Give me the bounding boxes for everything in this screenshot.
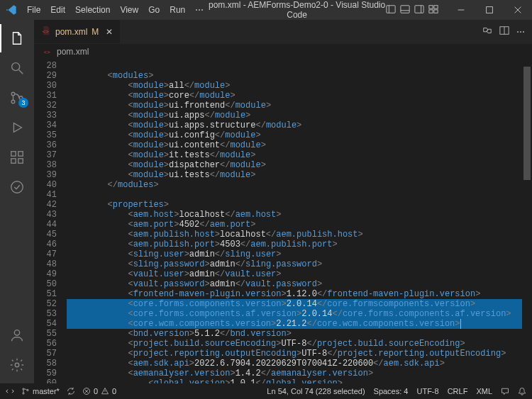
- svg-rect-4: [415, 5, 423, 13]
- status-notifications-icon[interactable]: [518, 387, 526, 395]
- svg-rect-2: [401, 5, 409, 13]
- toggle-primary-sidebar-icon[interactable]: [386, 4, 396, 16]
- code-line[interactable]: <module>it.tests</module>: [67, 150, 522, 160]
- status-branch[interactable]: master*: [21, 387, 60, 395]
- xml-file-icon: <>: [41, 26, 51, 38]
- code-line[interactable]: <bnd.version>5.1.2</bnd.version>: [67, 329, 522, 339]
- menu-view[interactable]: View: [116, 4, 143, 16]
- code-line[interactable]: <global.version>1.0.1</global.version>: [67, 378, 522, 383]
- code-line[interactable]: <properties>: [67, 200, 522, 210]
- code-line[interactable]: </modules>: [67, 180, 522, 190]
- xml-file-icon: <>: [43, 46, 52, 58]
- status-eol[interactable]: CRLF: [448, 387, 468, 395]
- code-line[interactable]: <aem.host>localhost</aem.host>: [67, 210, 522, 220]
- code-line[interactable]: <module>all</module>: [67, 81, 522, 91]
- source-control-icon[interactable]: 3: [0, 84, 34, 112]
- code-line[interactable]: <vault.user>admin</vault.user>: [67, 269, 522, 279]
- menu-selection[interactable]: Selection: [71, 4, 114, 16]
- code-line[interactable]: <aem.sdk.api>2022.6.7904.20220629T070041…: [67, 359, 522, 369]
- customize-layout-icon[interactable]: [428, 4, 438, 16]
- window-minimize-icon[interactable]: [447, 0, 475, 20]
- window-maximize-icon[interactable]: [475, 0, 504, 20]
- code-line[interactable]: <aem.publish.host>localhost</aem.publish…: [67, 230, 522, 240]
- menu-file[interactable]: File: [23, 4, 45, 16]
- svg-rect-11: [487, 7, 493, 13]
- code-line[interactable]: <module>ui.apps.structure</module>: [67, 120, 522, 130]
- status-bar: master* 0 0 Ln 54, Col 74 (228 selected)…: [0, 383, 532, 399]
- code-content[interactable]: <modules> <module>all</module> <module>c…: [67, 60, 522, 383]
- scrollbar-thumb[interactable]: [523, 67, 531, 180]
- status-remote-icon[interactable]: [6, 387, 14, 395]
- status-encoding[interactable]: UTF-8: [416, 387, 438, 395]
- code-line[interactable]: [67, 190, 522, 200]
- tab-modified-marker: M: [92, 27, 99, 37]
- code-line[interactable]: <project.build.sourceEncoding>UTF-8</pro…: [67, 339, 522, 349]
- menu-bar: File Edit Selection View Go Run ⋯: [23, 4, 208, 16]
- code-line[interactable]: <module>ui.tests</module>: [67, 170, 522, 180]
- status-language[interactable]: XML: [476, 387, 492, 395]
- code-line[interactable]: <project.reporting.outputEncoding>UTF-8<…: [67, 349, 522, 359]
- svg-rect-7: [434, 5, 438, 8]
- tab-pom-xml[interactable]: <> pom.xml M ✕: [34, 20, 121, 43]
- menu-run[interactable]: Run: [165, 4, 189, 16]
- code-line[interactable]: <module>ui.frontend</module>: [67, 101, 522, 111]
- settings-gear-icon[interactable]: [0, 351, 34, 379]
- code-line[interactable]: <core.forms.components.af.version>2.0.14…: [67, 309, 522, 319]
- code-line[interactable]: <modules>: [67, 71, 522, 81]
- code-line[interactable]: <module>dispatcher</module>: [67, 160, 522, 170]
- run-debug-icon[interactable]: [0, 113, 34, 142]
- code-line[interactable]: <module>ui.content</module>: [67, 140, 522, 150]
- status-indent[interactable]: Spaces: 4: [374, 387, 409, 395]
- window-title: pom.xml - AEMForms-Demo2-0 - Visual Stud…: [208, 0, 386, 20]
- testing-icon[interactable]: [0, 173, 34, 201]
- code-line[interactable]: <core.forms.components.version>2.0.14</c…: [67, 299, 522, 309]
- status-cursor-position[interactable]: Ln 54, Col 74 (228 selected): [267, 387, 365, 395]
- svg-point-17: [11, 100, 15, 103]
- code-line[interactable]: <sling.password>admin</sling.password>: [67, 259, 522, 269]
- code-editor[interactable]: 2829303132333435363738394041424344454647…: [34, 60, 532, 383]
- toggle-secondary-sidebar-icon[interactable]: [414, 4, 424, 16]
- toggle-panel-icon[interactable]: [400, 4, 410, 16]
- code-line[interactable]: <aem.port>4502</aem.port>: [67, 220, 522, 230]
- code-line[interactable]: <module>ui.apps</module>: [67, 111, 522, 120]
- svg-line-15: [19, 70, 23, 74]
- svg-point-14: [12, 63, 20, 71]
- window-close-icon[interactable]: [504, 0, 532, 20]
- svg-rect-9: [434, 9, 438, 12]
- code-line[interactable]: [67, 61, 522, 71]
- search-icon[interactable]: [0, 54, 34, 82]
- code-line[interactable]: <module>ui.config</module>: [67, 130, 522, 140]
- line-number-gutter: 2829303132333435363738394041424344454647…: [34, 60, 67, 383]
- svg-rect-23: [18, 152, 23, 156]
- breadcrumb[interactable]: <> pom.xml: [34, 44, 532, 60]
- split-editor-icon[interactable]: [499, 26, 509, 38]
- code-line[interactable]: <module>core</module>: [67, 91, 522, 101]
- breadcrumb-item[interactable]: pom.xml: [57, 47, 89, 57]
- tab-label: pom.xml: [55, 27, 87, 37]
- activity-bar: 3: [0, 20, 34, 383]
- tab-bar: <> pom.xml M ✕ ⋯: [34, 20, 532, 44]
- tab-close-icon[interactable]: ✕: [106, 27, 113, 37]
- code-line[interactable]: <aemanalyser.version>1.4.2</aemanalyser.…: [67, 369, 522, 378]
- accounts-icon[interactable]: [0, 321, 34, 349]
- status-sync-icon[interactable]: [67, 387, 75, 395]
- menu-overflow-icon[interactable]: ⋯: [191, 4, 208, 16]
- svg-rect-0: [387, 5, 395, 13]
- svg-rect-21: [11, 159, 16, 163]
- svg-point-25: [14, 330, 19, 335]
- code-line[interactable]: <aem.publish.port>4503</aem.publish.port…: [67, 240, 522, 249]
- code-line[interactable]: <sling.user>admin</sling.user>: [67, 249, 522, 259]
- status-problems[interactable]: 0 0: [82, 387, 116, 395]
- more-actions-icon[interactable]: ⋯: [516, 27, 525, 37]
- compare-changes-icon[interactable]: [482, 26, 492, 38]
- code-line[interactable]: <core.wcm.components.version>2.21.2</cor…: [67, 319, 522, 329]
- svg-point-26: [15, 363, 19, 367]
- extensions-icon[interactable]: [0, 143, 34, 172]
- menu-go[interactable]: Go: [144, 4, 164, 16]
- explorer-icon[interactable]: [0, 24, 34, 52]
- code-line[interactable]: <frontend-maven-plugin.version>1.12.0</f…: [67, 289, 522, 299]
- code-line[interactable]: <vault.password>admin</vault.password>: [67, 279, 522, 289]
- status-feedback-icon[interactable]: [501, 387, 509, 395]
- vertical-scrollbar[interactable]: [523, 60, 531, 383]
- menu-edit[interactable]: Edit: [46, 4, 70, 16]
